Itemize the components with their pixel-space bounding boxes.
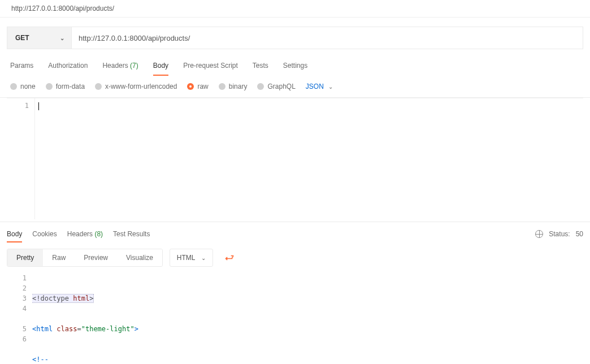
radio-binary[interactable]: binary bbox=[219, 83, 248, 90]
radio-none[interactable]: none bbox=[10, 83, 36, 90]
tab-authorization[interactable]: Authorization bbox=[48, 58, 88, 75]
radio-dot-icon bbox=[187, 83, 194, 90]
text-cursor-icon bbox=[38, 102, 39, 110]
request-row: GET ⌄ bbox=[7, 27, 583, 49]
radio-graphql-label: GraphQL bbox=[267, 83, 295, 90]
resp-tab-test-results[interactable]: Test Results bbox=[113, 226, 150, 242]
status-label: Status: bbox=[549, 230, 570, 238]
wrap-lines-button[interactable]: ⮐ bbox=[220, 248, 239, 267]
tab-headers[interactable]: Headers (7) bbox=[102, 58, 138, 75]
response-format-select[interactable]: HTML ⌄ bbox=[170, 249, 213, 267]
response-tabs-row: Body Cookies Headers (8) Test Results St… bbox=[0, 222, 590, 242]
resp-tab-headers-count: (8) bbox=[94, 230, 103, 238]
response-format-label: HTML bbox=[177, 254, 196, 262]
body-format-label: JSON bbox=[306, 83, 324, 90]
radio-binary-label: binary bbox=[229, 83, 248, 90]
radio-none-label: none bbox=[20, 83, 36, 90]
radio-form-data-label: form-data bbox=[56, 83, 85, 90]
tok: <html bbox=[32, 325, 53, 333]
body-format-select[interactable]: JSON ⌄ bbox=[306, 83, 333, 90]
radio-dot-icon bbox=[10, 83, 17, 90]
radio-dot-icon bbox=[257, 83, 264, 90]
response-body-viewer[interactable]: 1 2 3 4 5 6 <!doctype html> <html class=… bbox=[0, 273, 590, 364]
chevron-down-icon: ⌄ bbox=[201, 255, 206, 261]
tab-headers-count: (7) bbox=[130, 62, 138, 70]
line-number bbox=[7, 344, 27, 354]
chevron-down-icon: ⌄ bbox=[328, 84, 333, 90]
http-method-select[interactable]: GET ⌄ bbox=[7, 27, 72, 49]
view-preview-button[interactable]: Preview bbox=[75, 249, 117, 266]
tok: class bbox=[53, 325, 77, 333]
radio-dot-icon bbox=[95, 83, 102, 90]
radio-raw-label: raw bbox=[197, 83, 208, 90]
radio-xwww[interactable]: x-www-form-urlencoded bbox=[95, 83, 177, 90]
status-value: 50 bbox=[576, 230, 583, 238]
resp-tab-cookies[interactable]: Cookies bbox=[32, 226, 57, 242]
editor-gutter: 1 bbox=[7, 98, 35, 219]
tok: > bbox=[135, 325, 138, 333]
view-visualize-button[interactable]: Visualize bbox=[117, 249, 162, 266]
tok: html bbox=[73, 294, 89, 302]
line-number: 1 bbox=[7, 273, 27, 283]
line-number: 4 bbox=[7, 304, 27, 314]
tok: <!-- bbox=[32, 356, 49, 363]
chevron-down-icon: ⌄ bbox=[60, 35, 64, 41]
request-subtabs: Params Authorization Headers (7) Body Pr… bbox=[0, 58, 590, 76]
tab-prerequest[interactable]: Pre-request Script bbox=[183, 58, 238, 75]
globe-icon[interactable] bbox=[535, 230, 543, 238]
tab-params[interactable]: Params bbox=[10, 58, 33, 75]
request-tab-title: http://127.0.0.1:8000/api/products/ bbox=[0, 0, 590, 18]
line-number: 5 bbox=[7, 324, 27, 334]
resp-tab-body[interactable]: Body bbox=[7, 226, 22, 242]
http-method-label: GET bbox=[15, 34, 29, 42]
tab-body[interactable]: Body bbox=[153, 58, 168, 75]
url-input[interactable] bbox=[72, 27, 583, 49]
tok: = bbox=[77, 325, 81, 333]
response-code: <!doctype html> <html class="theme-light… bbox=[32, 273, 583, 364]
view-pretty-button[interactable]: Pretty bbox=[7, 249, 43, 266]
response-toolbar: Pretty Raw Preview Visualize HTML ⌄ ⮐ bbox=[0, 242, 590, 273]
tok: > bbox=[89, 294, 93, 302]
resp-tab-headers[interactable]: Headers (8) bbox=[67, 226, 103, 242]
editor-code-area[interactable] bbox=[35, 98, 583, 219]
tab-headers-label: Headers bbox=[102, 62, 128, 70]
line-number bbox=[7, 314, 27, 324]
view-raw-button[interactable]: Raw bbox=[43, 249, 75, 266]
line-number: 1 bbox=[7, 102, 29, 110]
radio-xwww-label: x-www-form-urlencoded bbox=[105, 83, 177, 90]
radio-dot-icon bbox=[219, 83, 225, 90]
line-number: 2 bbox=[7, 283, 27, 293]
radio-raw[interactable]: raw bbox=[187, 83, 208, 90]
wrap-icon: ⮐ bbox=[225, 253, 234, 263]
tok: <!doctype bbox=[32, 294, 73, 302]
line-number: 3 bbox=[7, 293, 27, 304]
radio-graphql[interactable]: GraphQL bbox=[257, 83, 295, 90]
body-type-row: none form-data x-www-form-urlencoded raw… bbox=[0, 76, 590, 98]
radio-dot-icon bbox=[46, 83, 53, 90]
request-body-editor[interactable]: 1 bbox=[7, 98, 583, 219]
line-number: 6 bbox=[7, 334, 27, 344]
radio-form-data[interactable]: form-data bbox=[46, 83, 85, 90]
tab-tests[interactable]: Tests bbox=[253, 58, 268, 75]
view-mode-segment: Pretty Raw Preview Visualize bbox=[7, 249, 163, 267]
tab-settings[interactable]: Settings bbox=[283, 58, 307, 75]
response-meta: Status: 50 bbox=[535, 230, 583, 238]
resp-tab-headers-label: Headers bbox=[67, 230, 93, 238]
response-gutter: 1 2 3 4 5 6 bbox=[7, 273, 32, 364]
tok: "theme-light" bbox=[81, 325, 135, 333]
